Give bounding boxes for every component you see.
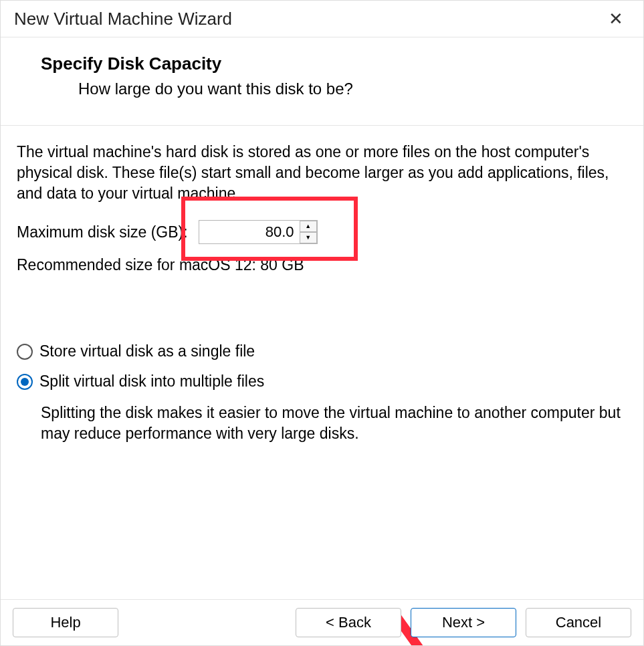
footer-spacer: [128, 608, 286, 637]
wizard-body: The virtual machine's hard disk is store…: [1, 126, 643, 444]
spinner-buttons: ▲ ▼: [300, 221, 317, 243]
recommended-size-text: Recommended size for macOS 12: 80 GB: [17, 256, 627, 274]
close-button[interactable]: ✕: [602, 7, 630, 30]
title-bar: New Virtual Machine Wizard ✕: [1, 1, 643, 37]
back-button[interactable]: < Back: [296, 608, 401, 637]
window-title: New Virtual Machine Wizard: [14, 9, 232, 29]
radio-split-files-label: Split virtual disk into multiple files: [39, 372, 264, 391]
close-icon: ✕: [609, 9, 623, 29]
page-subheading: How large do you want this disk to be?: [78, 80, 617, 98]
cancel-button[interactable]: Cancel: [526, 608, 631, 637]
help-button[interactable]: Help: [13, 608, 118, 637]
disk-size-label: Maximum disk size (GB):: [17, 223, 188, 241]
spinner-down-button[interactable]: ▼: [300, 232, 317, 243]
radio-icon: [17, 344, 33, 360]
radio-icon: [17, 374, 33, 390]
radio-single-file-label: Store virtual disk as a single file: [39, 342, 255, 360]
disk-size-spinner: ▲ ▼: [199, 220, 318, 244]
spinner-up-button[interactable]: ▲: [300, 221, 317, 232]
disk-size-row: Maximum disk size (GB): ▲ ▼: [17, 220, 627, 244]
page-heading: Specify Disk Capacity: [41, 53, 617, 74]
radio-single-file[interactable]: Store virtual disk as a single file: [17, 342, 627, 360]
triangle-down-icon: ▼: [305, 235, 311, 241]
wizard-header: Specify Disk Capacity How large do you w…: [1, 37, 643, 126]
disk-storage-options: Store virtual disk as a single file Spli…: [17, 342, 627, 444]
next-button[interactable]: Next >: [411, 608, 516, 637]
wizard-footer: Help < Back Next > Cancel: [1, 599, 643, 645]
triangle-up-icon: ▲: [305, 223, 311, 229]
description-text: The virtual machine's hard disk is store…: [17, 142, 627, 204]
split-files-description: Splitting the disk makes it easier to mo…: [41, 403, 627, 444]
disk-size-input[interactable]: [199, 221, 300, 243]
radio-split-files[interactable]: Split virtual disk into multiple files: [17, 372, 627, 391]
